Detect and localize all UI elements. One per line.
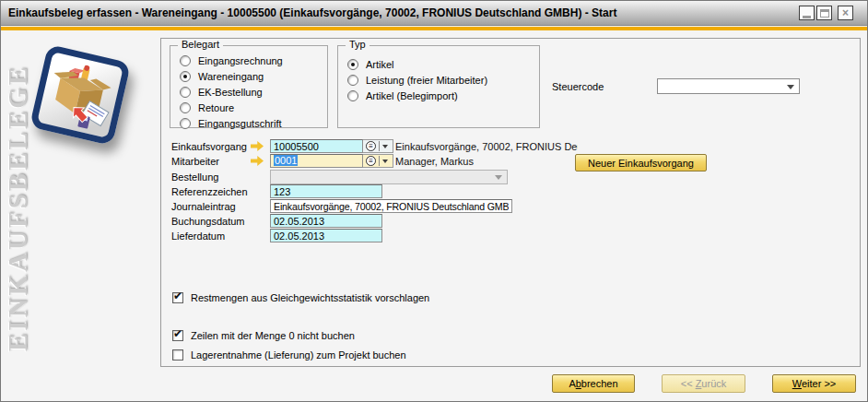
mitarbeiter-description: Manager, Markus xyxy=(395,156,578,167)
radio-artikel-belegimport[interactable]: Artikel (Belegimport) xyxy=(347,89,458,102)
radio-eingangsrechnung[interactable]: Eingangsrechnung xyxy=(180,54,283,67)
checkbox-icon[interactable]: ✔ xyxy=(172,349,183,361)
steuercode-value xyxy=(658,83,661,94)
steuercode-dropdown[interactable] xyxy=(657,78,800,94)
buchungsdatum-label: Buchungsdatum xyxy=(171,216,264,227)
radio-label: EK-Bestellung xyxy=(198,87,263,98)
radio-wareneingang[interactable]: Wareneingang xyxy=(180,70,264,83)
abbrechen-button[interactable]: Abbrechen xyxy=(552,374,635,393)
referenzzeichen-label: Referenzzeichen xyxy=(171,186,264,197)
chevron-down-icon[interactable] xyxy=(382,160,388,163)
choose-from-list-icon[interactable]: ≡ xyxy=(366,156,376,166)
typ-group-label: Typ xyxy=(346,39,369,50)
radio-icon[interactable] xyxy=(180,71,191,82)
radio-artikel[interactable]: Artikel xyxy=(347,58,394,71)
accent-bar xyxy=(1,27,867,30)
goods-receipt-box-graphic xyxy=(40,54,122,136)
close-icon: × xyxy=(842,6,849,19)
einkaufsvorgang-description: Einkaufsvorgänge, 70002, FRONIUS Deutsc xyxy=(395,141,578,152)
einkaufsvorgang-input[interactable] xyxy=(270,139,363,153)
selected-text: 0001 xyxy=(274,155,298,166)
checkbox-label: Lagerentnahme (Lieferung) zum Projekt bu… xyxy=(191,349,406,361)
chevron-down-icon[interactable] xyxy=(382,145,388,148)
einkaufsvorgang-chooser[interactable]: ≡ xyxy=(363,139,393,153)
steuercode-label: Steuercode xyxy=(552,81,653,92)
wizard-window: Einkaufsbeleg erfassen - Wareneingang - … xyxy=(0,0,868,402)
minimize-button[interactable] xyxy=(799,6,815,20)
radio-icon[interactable] xyxy=(180,55,191,66)
radio-icon[interactable] xyxy=(180,102,191,113)
checkbox-icon[interactable]: ✔ xyxy=(172,292,183,303)
checkbox-label: Zeilen mit der Menge 0 nicht buchen xyxy=(191,330,355,341)
weiter-button[interactable]: Weiter >> xyxy=(772,374,856,393)
radio-icon[interactable] xyxy=(180,118,191,129)
window-title: Einkaufsbeleg erfassen - Wareneingang - … xyxy=(8,1,616,25)
journaleintrag-input[interactable] xyxy=(270,199,512,213)
checkbox-restmengen[interactable]: ✔ Restmengen aus Gleichgewichtsstatistik… xyxy=(172,291,429,304)
mitarbeiter-input[interactable]: 0001 xyxy=(270,154,363,168)
choose-from-list-icon[interactable]: ≡ xyxy=(366,141,376,151)
neuer-einkaufsvorgang-button[interactable]: Neuer Einkaufsvorgang xyxy=(575,154,707,171)
radio-label: Eingangsrechnung xyxy=(198,55,283,66)
separator xyxy=(379,156,380,166)
close-button[interactable]: × xyxy=(838,6,853,20)
buchungsdatum-input[interactable] xyxy=(270,214,382,228)
checkbox-label: Restmengen aus Gleichgewichtsstatistik v… xyxy=(191,292,429,303)
bestellung-label: Bestellung xyxy=(171,171,264,183)
mitarbeiter-label: Mitarbeiter xyxy=(171,156,264,167)
einkaufsvorgang-label: Einkaufsvorgang xyxy=(171,141,264,152)
radio-icon[interactable] xyxy=(347,59,358,70)
referenzzeichen-input[interactable] xyxy=(270,184,382,198)
radio-label: Artikel xyxy=(366,59,394,70)
radio-retoure[interactable]: Retoure xyxy=(180,101,234,114)
chevron-down-icon xyxy=(495,175,502,180)
checkbox-menge-null[interactable]: ✔ Zeilen mit der Menge 0 nicht buchen xyxy=(172,329,355,342)
title-bar[interactable]: Einkaufsbeleg erfassen - Wareneingang - … xyxy=(1,1,867,26)
radio-label: Eingangsgutschrift xyxy=(198,118,282,129)
journaleintrag-label: Journaleintrag xyxy=(171,201,264,212)
bestellung-dropdown xyxy=(270,170,508,184)
radio-ek-bestellung[interactable]: EK-Bestellung xyxy=(180,86,263,99)
radio-label: Artikel (Belegimport) xyxy=(366,90,458,101)
checkbox-lagerentnahme[interactable]: ✔ Lagerentnahme (Lieferung) zum Projekt … xyxy=(172,349,406,361)
radio-icon[interactable] xyxy=(180,87,191,98)
radio-eingangsgutschrift[interactable]: Eingangsgutschrift xyxy=(180,117,282,130)
checkbox-icon[interactable]: ✔ xyxy=(172,330,183,341)
lieferdatum-input[interactable] xyxy=(270,229,382,242)
zurueck-button[interactable]: << Zurück xyxy=(662,374,745,393)
mitarbeiter-chooser[interactable]: ≡ xyxy=(363,154,393,168)
radio-leistung[interactable]: Leistung (freier Mitarbeiter) xyxy=(347,74,487,87)
radio-label: Leistung (freier Mitarbeiter) xyxy=(366,75,487,86)
chevron-down-icon xyxy=(787,85,794,89)
radio-icon[interactable] xyxy=(347,90,358,101)
minimize-icon xyxy=(803,16,811,18)
radio-label: Wareneingang xyxy=(198,71,264,82)
separator xyxy=(379,141,380,151)
radio-label: Retoure xyxy=(198,102,234,113)
belegart-group-label: Belegart xyxy=(178,39,223,50)
lieferdatum-label: Lieferdatum xyxy=(171,231,264,242)
maximize-icon xyxy=(820,9,829,18)
radio-icon[interactable] xyxy=(347,75,358,86)
maximize-button[interactable] xyxy=(816,6,832,20)
